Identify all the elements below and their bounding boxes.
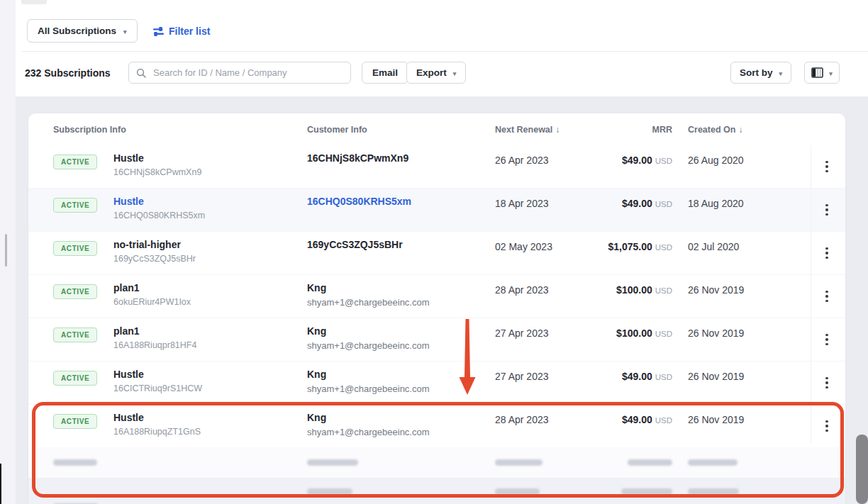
sort-by-dropdown-button[interactable]: Sort by ▾ — [730, 62, 791, 84]
kebab-dot — [825, 170, 828, 173]
subscription-id: 16CHQ0S80KRHS5xm — [113, 211, 205, 220]
redacted-row — [28, 478, 845, 504]
mrr-currency: USD — [655, 157, 672, 165]
subscription-row[interactable]: ACTIVEHustle16A188RiupqZT1GnSKngshyam+1@… — [28, 404, 845, 447]
created-on-cell: 02 Jul 2020 — [688, 241, 739, 252]
status-badge: ACTIVE — [53, 284, 97, 299]
status-badge: ACTIVE — [53, 414, 97, 429]
customer-email: shyam+1@chargebeeinc.com — [307, 297, 430, 308]
header-next-renewal[interactable]: Next Renewal↓ — [495, 125, 560, 135]
plan-name[interactable]: Hustle — [113, 196, 205, 207]
customer-name[interactable]: Kng — [307, 282, 430, 293]
customer-name[interactable]: Kng — [307, 325, 430, 337]
kebab-dot — [825, 165, 828, 168]
kebab-dot — [825, 247, 828, 250]
column-settings-button[interactable]: ▾ — [804, 62, 840, 84]
plan-name[interactable]: Hustle — [113, 369, 202, 380]
subscription-row[interactable]: ACTIVEHustle16CHNjS8kCPwmXn916CHNjS8kCPw… — [28, 145, 845, 188]
subscription-id: 16CHNjS8kCPwmXn9 — [113, 167, 201, 177]
mrr-currency: USD — [655, 416, 672, 425]
row-actions-kebab-icon[interactable] — [819, 201, 835, 218]
vertical-scrollbar-thumb[interactable] — [856, 435, 868, 504]
mrr-currency: USD — [655, 286, 672, 295]
redacted-row — [28, 447, 845, 478]
customer-cell: Kngshyam+1@chargebeeinc.com — [307, 369, 430, 394]
kebab-dot — [825, 420, 828, 423]
plan-name[interactable]: Hustle — [113, 412, 201, 423]
subscription-row[interactable]: ACTIVEplan116A188Riuqpr81HF4Kngshyam+1@c… — [28, 318, 845, 361]
subscription-row[interactable]: ACTIVEno-trial-higher169yCcS3ZQJ5sBHr169… — [28, 231, 845, 274]
redacted-text-blob — [688, 459, 738, 466]
kebab-dot — [825, 300, 828, 303]
mrr-currency: USD — [655, 243, 672, 252]
customer-name[interactable]: 16CHQ0S80KRHS5xm — [307, 196, 411, 207]
customer-name[interactable]: Kng — [307, 369, 430, 380]
kebab-dot — [825, 252, 828, 254]
subscription-row[interactable]: ACTIVEHustle16CHQ0S80KRHS5xm16CHQ0S80KRH… — [28, 188, 845, 231]
view-selector-label: All Subscriptions — [38, 26, 116, 36]
plan-cell: Hustle16CHNjS8kCPwmXn9 — [113, 152, 201, 177]
mrr-cell: $1,075.00USD — [608, 241, 672, 252]
filter-list-link[interactable]: Filter list — [153, 26, 210, 37]
export-dropdown-button[interactable]: Export ▾ — [406, 62, 466, 84]
next-renewal-cell: 02 May 2023 — [495, 241, 552, 252]
customer-name[interactable]: 169yCcS3ZQJ5sBHr — [307, 239, 403, 250]
customer-name[interactable]: Kng — [307, 412, 430, 423]
kebab-dot — [825, 381, 828, 384]
email-button-label: Email — [372, 67, 398, 78]
redacted-text-blob — [307, 459, 358, 466]
header-next-renewal-label: Next Renewal — [495, 125, 552, 135]
plan-name[interactable]: no-trial-higher — [113, 239, 196, 250]
mrr-cell: $49.00USD — [622, 155, 672, 166]
header-subscription-info[interactable]: Subscription Info — [53, 125, 126, 135]
kebab-dot — [825, 204, 828, 207]
row-actions-kebab-icon[interactable] — [819, 374, 835, 391]
redacted-text-blob — [621, 488, 672, 495]
status-badge: ACTIVE — [53, 155, 97, 169]
kebab-dot — [825, 338, 828, 341]
header-created-on-label: Created On — [688, 125, 735, 135]
actions-column-divider — [811, 145, 811, 443]
kebab-dot — [825, 334, 828, 337]
kebab-dot — [825, 257, 828, 259]
subscription-row[interactable]: ACTIVEplan16okuERiur4PW1IoxKngshyam+1@ch… — [28, 274, 845, 318]
search-input[interactable] — [152, 67, 343, 79]
kebab-dot — [825, 291, 828, 293]
mrr-amount: $49.00 — [622, 198, 652, 209]
created-on-cell: 26 Nov 2019 — [688, 327, 744, 339]
count-label: Subscriptions — [44, 67, 110, 79]
status-badge: ACTIVE — [53, 241, 97, 256]
created-on-cell: 18 Aug 2020 — [688, 198, 744, 209]
plan-cell: Hustle16CHQ0S80KRHS5xm — [113, 196, 205, 220]
window-edge-artifact — [0, 464, 1, 504]
customer-name[interactable]: 16CHNjS8kCPwmXn9 — [307, 152, 408, 164]
mrr-amount: $100.00 — [616, 284, 652, 296]
subscription-id: 6okuERiur4PW1Iox — [113, 297, 191, 307]
search-box[interactable] — [128, 62, 351, 84]
row-actions-kebab-icon[interactable] — [819, 158, 835, 175]
left-scrollbar-thumb[interactable] — [5, 234, 7, 267]
mrr-cell: $49.00USD — [622, 414, 672, 425]
subscription-row[interactable]: ACTIVEHustle16CICTRiuq9rS1HCWKngshyam+1@… — [28, 361, 845, 404]
email-button[interactable]: Email — [362, 62, 408, 84]
created-on-cell: 26 Aug 2020 — [688, 155, 744, 166]
header-mrr[interactable]: MRR — [652, 125, 672, 135]
header-customer-info[interactable]: Customer Info — [307, 125, 367, 135]
row-actions-kebab-icon[interactable] — [819, 245, 835, 262]
header-created-on[interactable]: Created On↓ — [688, 125, 742, 135]
row-actions-kebab-icon[interactable] — [819, 331, 835, 348]
sort-by-label: Sort by — [740, 67, 773, 78]
view-selector-dropdown[interactable]: All Subscriptions ▾ — [27, 19, 138, 43]
mrr-amount: $49.00 — [622, 371, 652, 382]
kebab-dot — [825, 430, 828, 432]
redacted-text-blob — [628, 459, 672, 466]
subscription-id: 169yCcS3ZQJ5sBHr — [113, 254, 196, 264]
plan-name[interactable]: plan1 — [113, 282, 191, 293]
row-actions-kebab-icon[interactable] — [819, 418, 835, 435]
row-actions-kebab-icon[interactable] — [819, 288, 835, 305]
plan-name[interactable]: Hustle — [113, 152, 201, 164]
redacted-text-blob — [688, 488, 739, 495]
subscription-count: 232 Subscriptions — [25, 67, 111, 79]
plan-name[interactable]: plan1 — [113, 325, 196, 337]
subscription-id: 16A188Riuqpr81HF4 — [113, 340, 196, 350]
